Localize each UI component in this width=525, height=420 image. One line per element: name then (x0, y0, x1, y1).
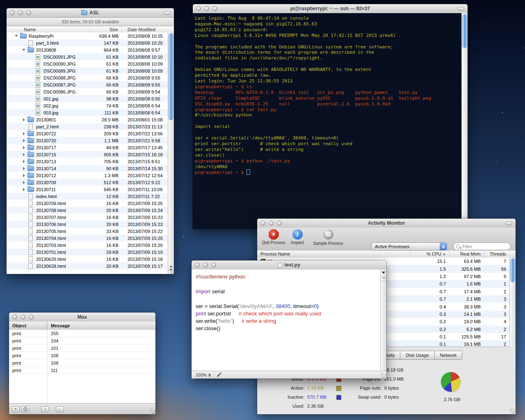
zoom-button[interactable] (26, 10, 31, 15)
step-up-icon[interactable] (208, 372, 211, 375)
finder-row[interactable]: 001.jpg98 KB2013/08/08 6:55 (7, 95, 168, 102)
terminal-titlebar[interactable]: pi@raspberrypi: ~ — ssh — 92×37 (193, 4, 468, 14)
finder-row[interactable]: 2013080128.9 MB2013/08/01 15:08 (7, 116, 168, 123)
max-titlebar[interactable]: Max (9, 313, 155, 322)
finder-row[interactable]: 2013071490 KB2013/07/14 15:30 (7, 165, 168, 172)
console-row[interactable]: print111 (9, 367, 155, 374)
scrollbar-thumb[interactable] (510, 258, 515, 282)
zoom-button[interactable] (29, 315, 34, 320)
disclosure-triangle-icon[interactable] (22, 160, 27, 163)
quit-process-button[interactable]: × Quit Process (259, 229, 288, 245)
process-table-scrollbar[interactable] (509, 258, 516, 347)
disclosure-triangle-icon[interactable] (22, 167, 27, 170)
scroll-up-icon[interactable] (169, 264, 173, 267)
sample-process-button[interactable]: Sample Process (310, 229, 346, 246)
console-row[interactable]: print108 (9, 352, 155, 359)
finder-row[interactable]: 20130708.html20 KB2013/07/09 15:24 (7, 207, 168, 214)
disclosure-triangle-icon[interactable] (22, 47, 27, 52)
inspect-button[interactable]: i Inspect (287, 229, 308, 245)
column-header-process-name[interactable]: Process Name (257, 251, 410, 258)
filter-search-field[interactable]: Filter (453, 242, 511, 250)
split-view-icon[interactable] (382, 277, 386, 279)
finder-row[interactable]: 20130705.html33 KB2013/07/09 15:22 (7, 228, 168, 235)
console-row[interactable]: print104 (9, 337, 155, 345)
minimize-button[interactable] (204, 6, 209, 11)
finder-row[interactable]: index.html12 KB2013/07/11 7:22 (7, 193, 168, 200)
clock-button[interactable] (21, 406, 30, 412)
finder-row[interactable]: 201307121.3 MB2013/07/12 12:54 (7, 172, 168, 179)
outline-menu-icon[interactable] (382, 272, 385, 276)
minimize-button[interactable] (203, 262, 208, 267)
close-button[interactable] (12, 315, 17, 320)
finder-row[interactable]: 20130701.html29 KB2013/07/09 15:19 (7, 249, 168, 256)
finder-row[interactable]: 20130628.html20 KB2013/07/09 15:17 (7, 262, 168, 269)
disclosure-triangle-icon[interactable] (22, 139, 27, 142)
finder-row[interactable]: RaspberryPi638.4 MB2013/08/08 10:25 (7, 32, 168, 39)
tab-network[interactable]: Network (435, 351, 462, 360)
console-row[interactable]: print108 (9, 359, 155, 367)
close-button[interactable] (260, 221, 265, 226)
column-header-date-modified[interactable]: Date Modified (122, 26, 174, 33)
finder-row[interactable]: DSC00089.JPG61 KB2013/08/08 10:09 (7, 67, 168, 74)
resize-grip[interactable] (510, 409, 515, 414)
minimize-button[interactable] (21, 315, 25, 320)
finder-row[interactable]: DSC00086.JPG66 KB2013/08/08 9:54 (7, 88, 168, 95)
finder-row[interactable]: 20130711545 KB2013/07/11 10:09 (7, 186, 168, 193)
finder-row[interactable]: 003.jpg111 KB2013/08/08 6:54 (7, 109, 168, 116)
finder-row[interactable]: 20130709512 KB2013/07/12 9:22 (7, 179, 168, 186)
column-header-size[interactable]: Size (90, 26, 122, 33)
console-row[interactable]: print255 (9, 330, 155, 337)
finder-row[interactable]: 20130715905 KB2013/07/15 16:18 (7, 151, 168, 158)
disclosure-triangle-icon[interactable] (22, 153, 27, 156)
column-header-threads[interactable]: Threads (484, 251, 509, 258)
finder-row[interactable]: DSC00088.JPG66 KB2013/08/08 9:55 (7, 74, 168, 81)
finder-row[interactable]: 2013071749 KB2013/07/17 13:45 (7, 144, 168, 151)
zoom-button[interactable] (212, 6, 217, 11)
back-button[interactable]: ← (56, 406, 64, 412)
finder-row[interactable]: 20130706.html20 KB2013/07/09 15:23 (7, 221, 168, 228)
toolbar-toggle-button[interactable] (505, 221, 512, 225)
finder-row[interactable]: 20130629.html16 KB2013/07/09 15:18 (7, 256, 168, 262)
resize-grip[interactable] (150, 409, 155, 414)
minimize-button[interactable] (18, 10, 23, 15)
disclosure-triangle-icon[interactable] (22, 132, 27, 135)
finder-row[interactable]: 20130808664 KB2013/08/08 9:57 (7, 46, 168, 53)
step-down-icon[interactable] (208, 375, 211, 378)
resize-grip[interactable] (381, 373, 386, 378)
finder-scrollbar[interactable] (168, 32, 174, 274)
zoom-button[interactable] (211, 262, 216, 267)
console-row[interactable]: print101 (9, 345, 155, 352)
finder-row[interactable]: DSC00087.JPG66 KB2013/08/08 9:55 (7, 81, 168, 88)
column-header-cpu[interactable]: % CPU ▼ (410, 251, 449, 258)
show-popup-button[interactable]: Active Processes (371, 242, 447, 251)
finder-row[interactable]: 002.jpg74 KB2013/08/08 6:54 (7, 102, 168, 109)
tab-disk-usage[interactable]: Disk Usage (400, 351, 434, 360)
close-button[interactable] (196, 6, 201, 11)
zoom-stepper[interactable] (208, 372, 211, 378)
disclosure-triangle-icon[interactable] (15, 33, 20, 39)
editor-scrollbar-widget[interactable] (381, 269, 386, 281)
finder-row[interactable]: 20130707.html16 KB2013/07/09 15:23 (7, 214, 168, 221)
finder-row[interactable]: part_3.html147 KB2013/08/08 10:25 (7, 39, 168, 46)
scrollbar-thumb[interactable] (462, 14, 467, 48)
terminal-output[interactable]: Last login: Thu Aug 8 06:47:14 on consol… (193, 13, 468, 229)
disclosure-triangle-icon[interactable] (22, 188, 27, 191)
close-button[interactable] (195, 262, 200, 267)
close-button[interactable] (10, 10, 15, 15)
clear-button[interactable]: × (11, 406, 20, 412)
column-header-message[interactable]: Message (47, 322, 155, 330)
activity-monitor-titlebar[interactable]: Activity Monitor (257, 219, 516, 228)
minimize-button[interactable] (269, 221, 274, 226)
editor-titlebar[interactable]: test.py (192, 260, 386, 270)
toolbar-toggle-button[interactable] (164, 11, 171, 15)
column-header-name[interactable]: Name (7, 26, 90, 33)
scrollbar-thumb[interactable] (169, 33, 173, 120)
info-button[interactable]: i (41, 406, 49, 412)
terminal-scrollbar[interactable] (461, 13, 468, 229)
editor-scrollbar[interactable] (380, 269, 386, 371)
toolbar-toggle-button[interactable] (457, 7, 464, 11)
code-editor-content[interactable]: #!/usr/bin/env python import serial ser … (192, 269, 380, 371)
finder-row[interactable]: DSC00091.JPG61 KB2013/08/08 10:10 (7, 53, 168, 60)
resize-grip[interactable] (168, 268, 173, 274)
disclosure-triangle-icon[interactable] (22, 118, 27, 121)
